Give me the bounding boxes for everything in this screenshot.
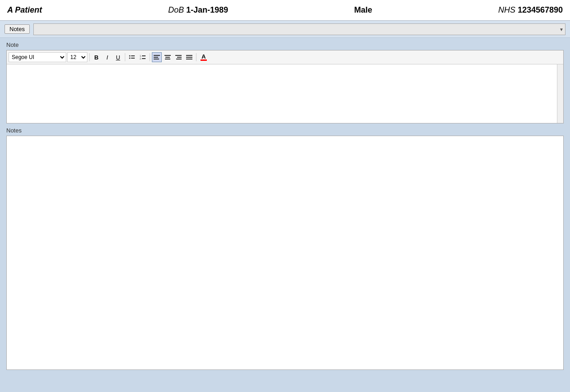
toolbar-bar: Notes [0, 21, 570, 38]
unordered-list-icon [129, 54, 135, 60]
patient-gender: Male [354, 5, 372, 15]
editor-content-wrapper [7, 64, 563, 123]
font-size-select[interactable]: 8 9 10 11 12 14 16 18 20 24 [67, 52, 87, 62]
main-content: Note Segoe UI Arial Times New Roman Cour… [0, 38, 570, 374]
toolbar-separator-1 [89, 53, 90, 61]
patient-name: A Patient [7, 5, 42, 15]
svg-point-2 [129, 58, 131, 59]
align-right-icon [175, 54, 182, 60]
align-center-button[interactable] [163, 52, 173, 62]
toolbar-separator-3 [150, 53, 150, 61]
nhs-label: NHS [498, 5, 515, 14]
align-left-button[interactable] [152, 52, 162, 62]
gender-text: Male [354, 5, 372, 14]
font-color-button[interactable]: A [198, 52, 209, 63]
svg-rect-8 [154, 55, 160, 56]
toolbar-separator-4 [196, 53, 196, 61]
note-editor-area[interactable] [7, 64, 557, 123]
nhs-number: 1234567890 [518, 5, 563, 14]
dob-label: DoB [168, 5, 184, 14]
patient-nhs: NHS 1234567890 [498, 5, 563, 15]
header-bar: A Patient DoB 1-Jan-1989 Male NHS 123456… [0, 0, 570, 21]
dob-value: 1-Jan-1989 [186, 5, 228, 14]
font-color-indicator [201, 59, 207, 61]
svg-rect-16 [176, 59, 182, 59]
justify-icon [186, 54, 192, 60]
note-section: Note Segoe UI Arial Times New Roman Cour… [6, 41, 564, 123]
svg-rect-13 [165, 59, 170, 59]
patient-dob: DoB 1-Jan-1989 [168, 5, 228, 15]
svg-rect-3 [131, 58, 135, 59]
svg-rect-19 [186, 59, 192, 59]
svg-rect-18 [186, 57, 192, 58]
svg-rect-10 [154, 59, 159, 59]
bold-button[interactable]: B [91, 52, 101, 62]
svg-rect-14 [175, 55, 182, 56]
svg-point-0 [129, 55, 131, 57]
notes-dropdown-wrapper [33, 23, 565, 35]
svg-rect-11 [164, 55, 171, 56]
notes-button[interactable]: Notes [5, 24, 30, 34]
svg-rect-12 [165, 57, 170, 58]
notes-section-label: Notes [6, 127, 564, 134]
svg-rect-7 [142, 58, 146, 59]
font-color-letter: A [201, 54, 205, 59]
unordered-list-button[interactable] [127, 52, 137, 62]
justify-button[interactable] [184, 52, 194, 62]
editor-scrollbar[interactable] [557, 64, 563, 123]
align-left-icon [154, 54, 160, 60]
font-name-select[interactable]: Segoe UI Arial Times New Roman Courier N… [9, 52, 66, 62]
italic-button[interactable]: I [102, 52, 112, 62]
ordered-list-button[interactable]: 1. 2. [138, 52, 148, 62]
underline-button[interactable]: U [113, 52, 123, 62]
toolbar-separator-2 [125, 53, 125, 61]
rich-text-toolbar: Segoe UI Arial Times New Roman Courier N… [7, 50, 563, 64]
notes-dropdown[interactable] [33, 23, 565, 35]
ordered-list-icon: 1. 2. [140, 54, 146, 60]
note-section-label: Note [6, 41, 564, 48]
svg-text:2.: 2. [140, 57, 141, 60]
svg-rect-17 [186, 55, 192, 56]
svg-rect-1 [131, 55, 135, 56]
notes-display-area [6, 136, 564, 370]
svg-rect-15 [177, 57, 182, 58]
svg-rect-5 [142, 55, 146, 56]
align-right-button[interactable] [173, 52, 183, 62]
rich-text-editor: Segoe UI Arial Times New Roman Courier N… [6, 50, 564, 123]
patient-name-text: A Patient [7, 5, 42, 14]
svg-rect-9 [154, 57, 158, 58]
align-center-icon [164, 54, 171, 60]
notes-section: Notes [6, 127, 564, 370]
